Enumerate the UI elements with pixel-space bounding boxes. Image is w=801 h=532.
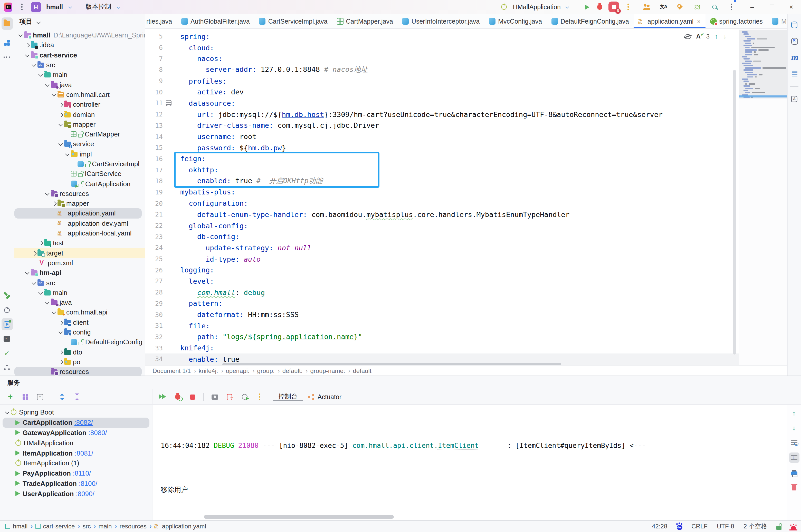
editor-vertical-scrollbar[interactable] <box>733 70 736 355</box>
rerun-button[interactable] <box>159 393 167 401</box>
service-port-link[interactable]: :8110/ <box>73 470 91 477</box>
maven-tool-icon[interactable] <box>790 53 798 61</box>
tree-chevron-icon[interactable] <box>37 240 44 247</box>
project-panel-chevron-icon[interactable] <box>35 19 41 25</box>
tree-row[interactable]: java <box>14 80 145 90</box>
editor-tab[interactable]: AuthGlobalFilter.java <box>177 14 254 28</box>
tree-row[interactable]: ICartService <box>14 169 145 179</box>
beans-tool-icon[interactable] <box>790 37 798 45</box>
tree-chevron-icon[interactable] <box>64 339 71 345</box>
debug-button[interactable] <box>596 3 604 11</box>
editor-tab[interactable]: rties.java <box>145 14 177 28</box>
tree-chevron-icon[interactable] <box>37 289 44 296</box>
build-tool-icon[interactable] <box>1 289 13 302</box>
tree-chevron-icon[interactable] <box>64 131 71 137</box>
service-row[interactable]: CartApplication :8082/ <box>3 418 149 428</box>
editor-tab[interactable]: spring.factories <box>705 14 767 28</box>
code-with-me-users-icon[interactable] <box>642 3 651 11</box>
thread-dump-camera-icon[interactable] <box>211 393 219 401</box>
tree-chevron-icon[interactable] <box>64 171 71 177</box>
minimap[interactable] <box>739 29 787 365</box>
status-breadcrumb-item[interactable]: › resources <box>115 523 146 530</box>
editor-tab[interactable]: DefaultFeignConfig.java <box>547 14 634 28</box>
project-chevron-icon[interactable] <box>68 5 72 9</box>
tree-row[interactable]: controller <box>14 99 145 110</box>
prev-problem-arrow-icon[interactable]: ↑ <box>715 32 718 40</box>
git-tool-icon[interactable] <box>1 361 13 374</box>
print-icon[interactable] <box>789 467 799 478</box>
tree-row[interactable]: CartMapper <box>14 129 145 139</box>
tree-chevron-icon[interactable] <box>57 359 64 365</box>
code-line[interactable]: 28 com.hmall: debug <box>145 287 787 298</box>
more-tools-icon[interactable] <box>1 51 13 63</box>
tree-row[interactable]: application-local.yaml <box>14 228 145 238</box>
write-access-unlock-icon[interactable] <box>776 523 782 529</box>
file-encoding[interactable]: UTF-8 <box>717 523 734 530</box>
code-line[interactable]: 14 username: root <box>145 131 787 142</box>
profiler-tool-icon[interactable] <box>1 304 13 316</box>
run-config-chevron-icon[interactable] <box>565 5 569 9</box>
code-line[interactable]: 18 enabled: true # 开启OKHttp功能 <box>145 175 787 187</box>
expand-all-icon[interactable] <box>58 393 66 401</box>
indent-setting[interactable]: 2 个空格 <box>744 522 767 531</box>
code-line[interactable]: 26 logging: <box>145 264 787 276</box>
tree-chevron-icon[interactable] <box>57 101 64 108</box>
restart-debug-button[interactable] <box>174 393 182 401</box>
editor-tab[interactable]: CartMapper.java <box>332 14 397 28</box>
code-line[interactable]: 27 level: <box>145 276 787 286</box>
service-row[interactable]: HMallApplication <box>0 438 152 448</box>
code-line[interactable]: 30 dateformat: HH:mm:ss:SSS <box>145 309 787 320</box>
code-line[interactable]: 23 db-config: <box>145 231 787 242</box>
tree-row[interactable]: resources <box>14 367 142 376</box>
tree-row[interactable]: pom.xml <box>14 258 145 268</box>
ai-matrix-tool-icon[interactable] <box>790 70 798 78</box>
editor-tab[interactable]: application.yaml × <box>634 14 705 28</box>
run-button[interactable] <box>583 3 591 11</box>
main-menu-kebab-icon[interactable] <box>17 3 26 11</box>
tree-chevron-icon[interactable] <box>37 72 44 78</box>
tree-row[interactable]: application.yaml <box>14 209 142 218</box>
tree-row[interactable]: po <box>14 357 145 367</box>
add-service-button[interactable] <box>6 393 14 401</box>
tree-chevron-icon[interactable] <box>71 160 77 167</box>
service-chevron-icon[interactable] <box>4 409 11 416</box>
code-line[interactable]: 29 pattern: <box>145 298 787 309</box>
tools-icon[interactable] <box>676 3 685 11</box>
tree-row[interactable]: cart-service <box>14 50 145 60</box>
project-selector[interactable]: hmall <box>46 3 63 11</box>
code-line[interactable]: 8 server-addr: 127.0.0.1:8848 # nacos地址 <box>145 64 787 75</box>
code-line[interactable]: 19 mybatis-plus: <box>145 187 787 197</box>
inspection-widget[interactable]: A 3 ↑ ↓ <box>685 32 727 40</box>
service-port-link[interactable]: :8090/ <box>76 490 94 498</box>
plugin-atom-icon[interactable] <box>693 3 702 11</box>
status-breadcrumb-item[interactable]: › main <box>94 523 112 530</box>
tree-row[interactable]: hm-api <box>14 268 145 278</box>
editor-tab[interactable]: MvcConfig.java <box>484 14 547 28</box>
code-line[interactable]: 13 driver-class-name: com.mysql.cj.jdbc.… <box>145 120 787 131</box>
scroll-down-icon[interactable]: ↓ <box>789 423 799 433</box>
tree-chevron-icon[interactable] <box>57 319 64 326</box>
console-horizontal-scrollbar[interactable] <box>204 515 394 519</box>
collapse-all-icon[interactable] <box>73 393 81 401</box>
tree-row[interactable]: target <box>14 248 145 258</box>
tree-row[interactable]: main <box>14 288 145 298</box>
translate-icon[interactable] <box>659 3 668 11</box>
breadcrumb-item[interactable]: › knife4j: <box>194 367 218 374</box>
code-line[interactable]: 22 global-config: <box>145 220 787 231</box>
tree-chevron-icon[interactable] <box>17 32 24 38</box>
line-separator[interactable]: CRLF <box>691 523 708 530</box>
tree-chevron-icon[interactable] <box>31 279 37 286</box>
status-breadcrumb-item[interactable]: › application.yaml <box>150 523 206 530</box>
code-line[interactable]: 9 profiles: <box>145 75 787 87</box>
view-mode-grid-icon[interactable] <box>21 393 29 401</box>
tree-chevron-icon[interactable] <box>51 230 57 236</box>
tree-chevron-icon[interactable] <box>44 81 51 88</box>
tree-chevron-icon[interactable] <box>24 42 31 49</box>
tree-chevron-icon[interactable] <box>24 270 31 276</box>
tree-row[interactable]: hmall D:\Language\JAVA\Learn_SpringC <box>14 30 145 40</box>
project-tool-icon[interactable] <box>1 17 13 30</box>
search-everywhere-icon[interactable] <box>710 3 718 11</box>
status-breadcrumb-item[interactable]: › cart-service <box>31 523 75 530</box>
tree-row[interactable]: domian <box>14 110 145 119</box>
tree-chevron-icon[interactable] <box>44 299 51 306</box>
